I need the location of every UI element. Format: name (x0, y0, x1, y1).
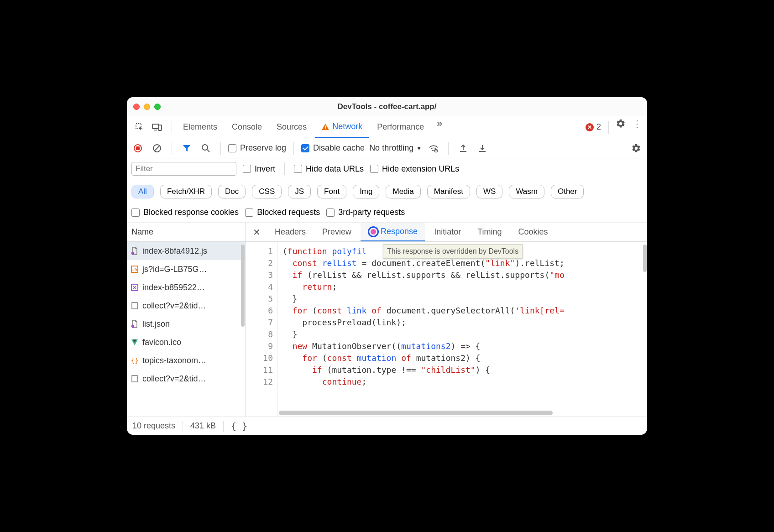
svg-rect-5 (325, 128, 326, 129)
request-row[interactable]: {} topics-taxonom… (127, 351, 245, 370)
svg-line-7 (155, 146, 160, 151)
network-toolbar: Preserve log Disable cache No throttling… (127, 138, 647, 158)
doc-file-icon (131, 302, 139, 310)
json-file-icon (131, 320, 139, 328)
tab-sources[interactable]: Sources (270, 116, 313, 138)
override-tooltip: This response is overridden by DevTools (383, 244, 523, 259)
tab-performance[interactable]: Performance (371, 116, 430, 138)
request-row[interactable]: index-8bfa4912.js (127, 242, 245, 260)
disable-cache-checkbox[interactable]: Disable cache (301, 143, 365, 153)
pretty-print-icon[interactable]: { } (231, 421, 247, 432)
detail-tab-response[interactable]: Response (361, 223, 425, 241)
svg-rect-3 (158, 125, 162, 130)
clear-button[interactable] (150, 141, 164, 156)
request-row[interactable]: collect?v=2&tid… (127, 370, 245, 388)
vue-icon (131, 338, 139, 346)
close-window-button[interactable] (133, 104, 140, 110)
svg-point-13 (131, 252, 134, 255)
more-tabs-button[interactable]: » (432, 116, 447, 131)
request-row[interactable]: index-b859522… (127, 278, 245, 297)
js-override-icon (131, 247, 139, 255)
hide-data-urls-checkbox[interactable]: Hide data URLs (294, 164, 364, 174)
tab-console[interactable]: Console (225, 116, 268, 138)
svg-rect-20 (132, 376, 137, 382)
inspect-element-icon[interactable] (132, 120, 147, 135)
device-toolbar-icon[interactable] (150, 120, 164, 135)
settings-icon[interactable] (613, 116, 628, 131)
third-party-checkbox[interactable]: 3rd-party requests (326, 208, 405, 217)
network-conditions-icon[interactable] (426, 141, 441, 156)
window-controls (133, 104, 161, 110)
filter-toggle-icon[interactable] (179, 141, 194, 156)
devtools-window: DevTools - coffee-cart.app/ Elements Con… (127, 97, 647, 435)
close-detail-button[interactable]: ✕ (247, 223, 266, 241)
doc-file-icon (131, 375, 139, 383)
request-list-rows: index-8bfa4912.js JS js?id=G-LB75G… inde… (127, 242, 245, 417)
filter-bar: Invert Hide data URLs Hide extension URL… (127, 158, 647, 222)
network-settings-icon[interactable] (629, 141, 643, 156)
type-filter-wasm[interactable]: Wasm (509, 185, 544, 198)
svg-point-18 (131, 325, 134, 328)
tab-network[interactable]: Network (315, 116, 369, 138)
svg-rect-4 (325, 125, 326, 128)
detail-tab-cookies[interactable]: Cookies (511, 223, 555, 241)
search-icon[interactable] (199, 141, 213, 156)
type-filter-all[interactable]: All (131, 185, 154, 198)
request-row[interactable]: list.json (127, 315, 245, 333)
request-row[interactable]: JS js?id=G-LB75G… (127, 260, 245, 278)
svg-rect-1 (152, 124, 159, 129)
error-icon: ✕ (586, 123, 594, 131)
minimize-window-button[interactable] (144, 104, 150, 110)
scrollbar-thumb[interactable] (241, 245, 245, 327)
detail-tab-initiator[interactable]: Initiator (427, 223, 468, 241)
horizontal-scrollbar[interactable] (279, 411, 553, 415)
type-filter-manifest[interactable]: Manifest (427, 185, 470, 198)
type-filter-img[interactable]: Img (353, 185, 379, 198)
vertical-scrollbar[interactable] (643, 245, 647, 272)
detail-tab-timing[interactable]: Timing (470, 223, 509, 241)
record-button[interactable] (131, 141, 145, 156)
blocked-requests-checkbox[interactable]: Blocked requests (245, 208, 320, 217)
json-braces-icon: {} (131, 356, 139, 365)
preserve-log-checkbox[interactable]: Preserve log (228, 143, 286, 153)
download-har-icon[interactable] (475, 141, 490, 156)
maximize-window-button[interactable] (154, 104, 161, 110)
js-file-icon: JS (131, 265, 139, 273)
svg-rect-17 (132, 303, 137, 309)
titlebar: DevTools - coffee-cart.app/ (127, 97, 647, 116)
request-list-header: Name (127, 223, 245, 242)
filter-input[interactable] (131, 162, 236, 176)
kebab-menu-icon[interactable]: ⋮ (630, 116, 644, 131)
blocked-cookies-checkbox[interactable]: Blocked response cookies (131, 208, 239, 217)
svg-line-9 (207, 150, 209, 152)
type-filter-js[interactable]: JS (288, 185, 311, 198)
type-filter-css[interactable]: CSS (252, 185, 282, 198)
type-filter-other[interactable]: Other (551, 185, 584, 198)
request-row[interactable]: collect?v=2&tid… (127, 297, 245, 315)
type-filter-doc[interactable]: Doc (218, 185, 246, 198)
type-filter-fetch-xhr[interactable]: Fetch/XHR (160, 185, 212, 198)
window-title: DevTools - coffee-cart.app/ (127, 102, 647, 111)
override-marker-icon (368, 226, 379, 237)
type-filter-ws[interactable]: WS (476, 185, 502, 198)
type-filter-font[interactable]: Font (317, 185, 346, 198)
status-transferred: 431 kB (190, 421, 216, 431)
invert-checkbox[interactable]: Invert (243, 164, 275, 174)
hide-ext-urls-checkbox[interactable]: Hide extension URLs (370, 164, 459, 174)
svg-point-8 (202, 145, 208, 150)
request-row[interactable]: favicon.ico (127, 333, 245, 351)
error-count[interactable]: ✕ 2 (583, 116, 604, 138)
content-area: Name index-8bfa4912.js JS js?id=G-LB75G…… (127, 222, 647, 417)
type-filter-media[interactable]: Media (386, 185, 420, 198)
status-request-count: 10 requests (132, 421, 175, 431)
svg-text:JS: JS (132, 267, 137, 272)
main-tab-strip: Elements Console Sources Network Perform… (127, 116, 647, 138)
upload-har-icon[interactable] (456, 141, 471, 156)
warning-icon (321, 123, 329, 131)
detail-tab-strip: ✕ Headers Preview Response Initiator Tim… (246, 223, 647, 242)
tab-elements[interactable]: Elements (177, 116, 224, 138)
throttling-select[interactable]: No throttling▼ (369, 143, 422, 153)
detail-tab-preview[interactable]: Preview (315, 223, 359, 241)
detail-tab-headers[interactable]: Headers (267, 223, 313, 241)
response-code[interactable]: (function polyfil const relList = docume… (277, 242, 647, 417)
